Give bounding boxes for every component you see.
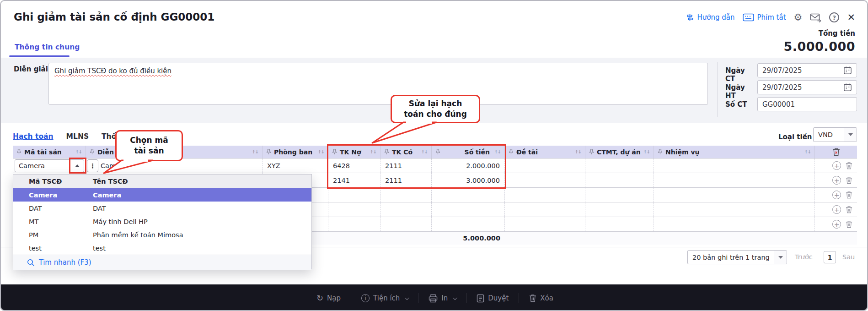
sort-icon[interactable]: ↑↓ [75, 149, 82, 154]
add-row-icon[interactable]: + [832, 176, 841, 185]
delete-row-icon[interactable] [846, 206, 852, 213]
settings-gear-icon[interactable]: ⚙ [794, 13, 803, 22]
col-header-task[interactable]: Nhiệm vụ ↑↓ [654, 146, 815, 158]
posting-date-field[interactable]: 29/07/2025 [757, 80, 857, 94]
page-size-value: 20 bản ghi trên 1 trang [688, 254, 774, 261]
doc-number-label: Số CT [725, 100, 756, 109]
signpost-icon [686, 13, 694, 22]
callout-select-asset: Chọn mã tài sản [115, 130, 183, 161]
shortcuts-label: Phím tắt [757, 13, 786, 22]
dropdown-name-header: Tên TSCĐ [93, 178, 311, 185]
keyboard-icon [743, 13, 754, 22]
shortcuts-link[interactable]: Phím tắt [743, 13, 786, 22]
currency-select[interactable]: VND [813, 127, 857, 142]
page-size-select[interactable]: 20 bản ghi trên 1 trang [687, 250, 787, 264]
annotation-box-account-columns [327, 144, 506, 189]
trash-icon [529, 294, 536, 302]
chevron-down-icon [405, 295, 409, 300]
col-header-topic[interactable]: Đề tài ↑↓ [505, 146, 585, 158]
asset-option[interactable]: MT Máy tinh Dell HP [13, 215, 311, 228]
doc-date-label: Ngày CT [725, 66, 756, 83]
add-row-icon[interactable]: + [832, 205, 841, 214]
annotation-box-dropdown-arrow [69, 158, 86, 174]
calendar-icon[interactable] [843, 83, 852, 92]
close-icon[interactable]: ✕ [847, 12, 855, 23]
description-label: Diễn giải [14, 65, 48, 73]
col-header-program-project[interactable]: CTMT, dự án ↑↓ [585, 146, 654, 158]
posting-date-label: Ngày HT [725, 83, 756, 100]
quick-search-label: Tìm nhanh (F3) [39, 258, 91, 267]
cell-more-options-button[interactable]: ⋮ [87, 159, 98, 172]
dropdown-header-row: Mã TSCĐ Tên TSCĐ [13, 175, 311, 188]
quick-search-button[interactable]: Tìm nhanh (F3) [13, 255, 311, 270]
sort-icon[interactable]: ↑↓ [318, 149, 324, 154]
posting-date-value: 29/07/2025 [762, 83, 802, 92]
pin-icon[interactable] [266, 149, 271, 155]
sort-icon[interactable]: ↑↓ [575, 149, 581, 154]
pin-icon[interactable] [90, 149, 95, 155]
guide-link[interactable]: Hướng dẫn [686, 13, 735, 22]
info-circle-icon: i [361, 294, 370, 302]
reload-button[interactable]: ↻ Nạp [316, 294, 341, 302]
chevron-down-icon [453, 295, 457, 300]
delete-row-icon[interactable] [846, 162, 852, 169]
next-page-button[interactable]: Sau [842, 253, 855, 261]
asset-option[interactable]: test test [13, 241, 311, 255]
page-title: Ghi giảm tài sản cố định GG00001 [14, 11, 214, 23]
col-header-delete-all[interactable] [815, 146, 857, 158]
sort-icon[interactable]: ↑↓ [252, 149, 258, 154]
document-icon [477, 294, 484, 303]
cell-task[interactable] [654, 158, 815, 173]
approve-button[interactable]: Duyệt [477, 294, 509, 303]
doc-date-value: 29/07/2025 [762, 66, 802, 75]
col-header-department[interactable]: Phòng ban ↑↓ [263, 146, 328, 158]
currency-label: Loại tiền [778, 133, 812, 141]
calendar-icon[interactable] [843, 66, 852, 75]
pin-icon[interactable] [16, 149, 21, 155]
trash-x-icon [832, 147, 840, 156]
footer-center-actions: ↻ Nạp i Tiện ích In Duyệt [316, 284, 553, 311]
delete-button[interactable]: Xóa [529, 294, 553, 302]
asset-dropdown-panel: Mã TSCĐ Tên TSCĐ Camera Camera DAT DAT M… [13, 174, 312, 269]
chevron-down-icon[interactable] [844, 128, 857, 142]
cell-topic[interactable] [505, 158, 585, 173]
pin-icon[interactable] [589, 149, 594, 155]
pin-icon[interactable] [658, 149, 663, 155]
tab-general-info[interactable]: Thông tin chung [15, 43, 80, 51]
utilities-button[interactable]: i Tiện ích [361, 294, 408, 302]
doc-date-field[interactable]: 29/07/2025 [757, 63, 857, 77]
asset-option[interactable]: PM Phần mềm kế toán Mimosa [13, 228, 311, 241]
tab-mlns[interactable]: MLNS [66, 132, 89, 141]
add-row-icon[interactable]: + [832, 191, 841, 199]
total-amount: 5.000.000 [783, 39, 855, 54]
col-header-asset-code[interactable]: Mã tài sản ↑↓ [13, 146, 86, 158]
current-page-box[interactable]: 1 [824, 251, 836, 263]
active-tab-indicator [9, 55, 70, 57]
search-icon [27, 259, 35, 267]
add-row-icon[interactable]: + [832, 220, 841, 229]
delete-row-icon[interactable] [846, 176, 852, 184]
sort-icon[interactable]: ↑↓ [643, 149, 650, 154]
prev-page-button[interactable]: Trước [795, 253, 813, 261]
form-vertical-divider [717, 62, 718, 117]
description-textarea[interactable]: Ghi giảm TSCĐ do ko đủ điều kiện [48, 63, 708, 105]
reload-icon: ↻ [316, 294, 323, 302]
delete-row-icon[interactable] [846, 191, 852, 199]
asset-option-selected[interactable]: Camera Camera [13, 188, 311, 202]
send-mail-icon[interactable] [810, 13, 821, 22]
asset-option[interactable]: DAT DAT [13, 202, 311, 215]
sort-icon[interactable]: ↑↓ [804, 149, 811, 154]
pin-icon[interactable] [509, 149, 514, 155]
print-button[interactable]: In [429, 294, 456, 303]
delete-row-icon[interactable] [846, 220, 852, 228]
printer-icon [429, 294, 438, 303]
currency-value: VND [814, 131, 844, 138]
cell-department[interactable]: XYZ [263, 158, 328, 173]
chevron-down-icon[interactable] [774, 251, 787, 264]
doc-number-field[interactable]: GG00001 [757, 97, 857, 111]
add-row-icon[interactable]: + [832, 161, 841, 170]
asset-decrease-window: Ghi giảm tài sản cố định GG00001 Hướng d… [0, 0, 868, 311]
tab-accounting[interactable]: Hạch toán [13, 132, 54, 141]
cell-program-project[interactable] [585, 158, 654, 173]
help-icon[interactable]: ? [829, 12, 839, 22]
